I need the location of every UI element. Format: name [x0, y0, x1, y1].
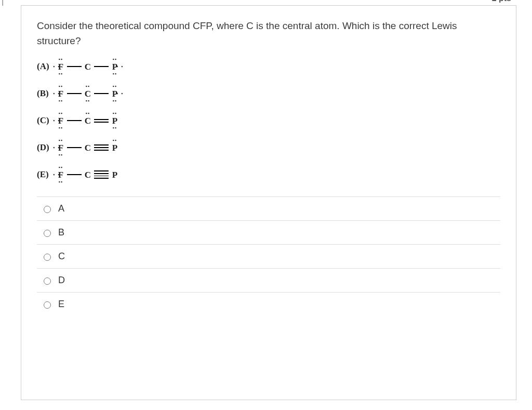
lone-pair [59, 111, 63, 116]
lone-pair [51, 65, 61, 67]
atom-c: C [83, 62, 93, 71]
lone-pair [86, 99, 90, 103]
atom-c: C [83, 143, 93, 152]
lone-pair [59, 165, 63, 170]
lone-pair [59, 153, 63, 157]
option-row: (B)FCP [37, 88, 500, 99]
svg-rect-0 [3, 0, 3, 6]
lone-pair [113, 57, 117, 62]
radio-e[interactable] [44, 301, 51, 309]
lone-pair [113, 72, 117, 76]
lone-pair [59, 84, 63, 89]
answer-choice-c[interactable]: C [37, 245, 500, 269]
answer-choice-e[interactable]: E [37, 293, 500, 316]
lone-pair [59, 57, 63, 62]
radio-c[interactable] [44, 254, 51, 261]
radio-d[interactable] [44, 277, 51, 285]
atom-c: C [83, 89, 93, 98]
lewis-structure: FCP [56, 170, 120, 179]
bond-1 [67, 143, 82, 152]
bond-2 [94, 116, 109, 125]
bond-1 [67, 170, 82, 179]
lone-pair [59, 180, 63, 184]
lewis-structure: FCP [56, 62, 120, 71]
lewis-structure: FCP [56, 89, 120, 98]
bond-4 [94, 170, 109, 179]
option-row: (D)FCP [37, 142, 500, 153]
atom-p: P [110, 62, 120, 71]
page: 2 pts Consider the theoretical compound … [0, 0, 532, 400]
bond-3 [94, 143, 109, 152]
answer-choice-b[interactable]: B [37, 221, 500, 245]
lone-pair [115, 92, 124, 94]
lone-pair [113, 99, 117, 103]
atom-f: F [56, 116, 66, 125]
bond-1 [67, 89, 82, 98]
lewis-structure: FCP [56, 143, 120, 152]
option-row: (E)FCP [37, 169, 500, 180]
option-row: (C)FCP [37, 115, 500, 126]
atom-f: F [56, 89, 66, 98]
answer-label: A [58, 203, 64, 214]
bond-1 [94, 62, 109, 71]
atom-p: P [110, 143, 120, 152]
atom-c: C [83, 170, 93, 179]
answer-list: ABCDE [37, 196, 500, 316]
lone-pair [113, 138, 117, 143]
lone-pair [59, 138, 63, 143]
atom-p: P [110, 170, 120, 179]
atom-f: F [56, 170, 66, 179]
atom-p: P [110, 116, 120, 125]
answer-label: E [58, 299, 64, 310]
question-text: Consider the theoretical compound CFP, w… [37, 19, 500, 48]
atom-f: F [56, 62, 66, 71]
lone-pair [51, 147, 61, 148]
lone-pair [115, 65, 124, 67]
lone-pair [59, 72, 63, 76]
question-card: Consider the theoretical compound CFP, w… [21, 5, 516, 400]
lone-pair [86, 111, 90, 116]
atom-p: P [110, 89, 120, 98]
question-header: 2 pts [0, 0, 532, 5]
lone-pair [86, 84, 90, 89]
bond-1 [94, 89, 109, 98]
answer-label: C [58, 251, 65, 262]
atom-c: C [83, 116, 93, 125]
radio-b[interactable] [44, 230, 51, 237]
lone-pair [59, 126, 63, 130]
lewis-structure: FCP [56, 116, 120, 125]
lone-pair [51, 92, 61, 94]
lone-pair [113, 84, 117, 89]
atom-f: F [56, 143, 66, 152]
points-label: 2 pts [492, 0, 511, 3]
flag-icon[interactable] [0, 0, 10, 6]
bond-1 [67, 62, 82, 71]
answer-label: D [58, 275, 65, 286]
lone-pair [51, 174, 61, 175]
answer-label: B [58, 227, 64, 238]
answer-choice-a[interactable]: A [37, 197, 500, 221]
lone-pair [59, 99, 63, 103]
lone-pair [51, 120, 61, 121]
answer-choice-d[interactable]: D [37, 269, 500, 293]
lone-pair [113, 111, 117, 116]
radio-a[interactable] [44, 206, 51, 213]
lone-pair [113, 126, 117, 130]
option-row: (A)FCP [37, 61, 500, 72]
lewis-options: (A)FCP(B)FCP(C)FCP(D)FCP(E)FCP [37, 61, 500, 180]
bond-1 [67, 116, 82, 125]
